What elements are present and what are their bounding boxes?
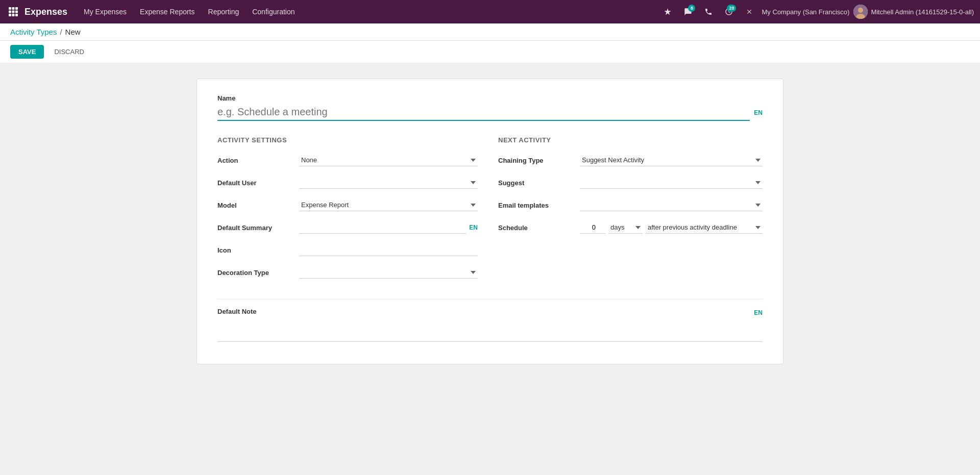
name-lang-badge[interactable]: EN <box>754 109 763 116</box>
breadcrumb-parent[interactable]: Activity Types <box>10 28 57 36</box>
default-summary-input[interactable] <box>299 221 466 234</box>
default-summary-value: EN <box>299 221 478 234</box>
close-icon-btn[interactable] <box>741 4 757 20</box>
default-summary-label: Default Summary <box>217 224 299 232</box>
default-note-section: Default Note EN <box>217 299 763 343</box>
default-user-label: Default User <box>217 179 299 187</box>
default-note-textarea[interactable] <box>217 321 763 342</box>
action-select[interactable]: None Upload Document Sign Document Open … <box>299 154 478 166</box>
svg-point-10 <box>858 8 863 13</box>
model-field-row: Model Expense Report <box>217 197 478 213</box>
svg-rect-5 <box>15 11 18 13</box>
name-label: Name <box>217 94 763 102</box>
activity-settings-column: Activity Settings Action None Upload Doc… <box>217 136 478 287</box>
schedule-label: Schedule <box>498 224 580 232</box>
schedule-field-row: Schedule days weeks months after previou… <box>498 219 763 236</box>
chaining-type-field-row: Chaining Type Suggest Next Activity Trig… <box>498 152 763 168</box>
action-field-row: Action None Upload Document Sign Documen… <box>217 152 478 168</box>
form-card: Name EN Activity Settings Action None Up… <box>197 79 783 364</box>
chaining-type-select[interactable]: Suggest Next Activity Trigger Next Activ… <box>580 154 763 166</box>
email-templates-value <box>580 199 763 211</box>
page-body: Name EN Activity Settings Action None Up… <box>0 63 980 380</box>
company-name: My Company (San Francisco) <box>762 8 849 16</box>
decoration-type-select[interactable]: Alert Success <box>299 266 478 279</box>
avatar <box>853 5 868 19</box>
schedule-after-select[interactable]: after previous activity deadline after p… <box>646 221 763 234</box>
schedule-unit-select[interactable]: days weeks months <box>608 221 643 234</box>
schedule-num-input[interactable] <box>580 221 605 234</box>
summary-lang-badge[interactable]: EN <box>469 224 478 231</box>
decoration-type-field-row: Decoration Type Alert Success <box>217 264 478 281</box>
name-input[interactable] <box>217 104 750 121</box>
svg-rect-3 <box>9 11 11 13</box>
top-nav: My Expenses Expense Reports Reporting Co… <box>78 5 657 19</box>
action-label: Action <box>217 157 299 164</box>
email-templates-field-row: Email templates <box>498 197 763 213</box>
phone-icon-btn[interactable] <box>700 4 717 20</box>
decoration-type-value: Alert Success <box>299 266 478 279</box>
schedule-value: days weeks months after previous activit… <box>580 221 763 234</box>
activity-settings-title: Activity Settings <box>217 136 478 144</box>
suggest-value <box>580 177 763 189</box>
chat-icon-btn[interactable]: 8 <box>680 4 696 20</box>
icon-input[interactable] <box>299 244 478 256</box>
star-icon-btn[interactable] <box>659 4 676 20</box>
form-two-col: Activity Settings Action None Upload Doc… <box>217 136 763 287</box>
apps-icon[interactable] <box>6 5 20 19</box>
suggest-label: Suggest <box>498 179 580 187</box>
default-note-label: Default Note <box>217 308 257 315</box>
schedule-value-row: days weeks months after previous activit… <box>580 221 763 234</box>
breadcrumb-separator: / <box>60 28 62 36</box>
chaining-type-value: Suggest Next Activity Trigger Next Activ… <box>580 154 763 166</box>
username-label: Mitchell Admin (14161529-15-0-all) <box>871 8 974 16</box>
summary-row: EN <box>299 221 478 234</box>
icon-value <box>299 244 478 256</box>
name-input-row: EN <box>217 104 763 121</box>
default-user-select[interactable] <box>299 177 478 189</box>
nav-my-expenses[interactable]: My Expenses <box>78 5 133 19</box>
next-activity-title: Next Activity <box>498 136 763 144</box>
breadcrumb-current: New <box>65 28 81 36</box>
topbar: Expenses My Expenses Expense Reports Rep… <box>0 0 980 23</box>
default-note-header: Default Note EN <box>217 308 763 317</box>
svg-rect-0 <box>9 7 11 10</box>
breadcrumb: Activity Types / New <box>0 23 980 41</box>
svg-rect-4 <box>12 11 15 13</box>
save-button[interactable]: SAVE <box>10 45 44 59</box>
suggest-select[interactable] <box>580 177 763 189</box>
user-menu[interactable]: Mitchell Admin (14161529-15-0-all) <box>853 5 974 19</box>
nav-configuration[interactable]: Configuration <box>246 5 301 19</box>
svg-rect-8 <box>15 14 18 16</box>
icon-field-row: Icon <box>217 242 478 258</box>
default-user-field-row: Default User <box>217 174 478 191</box>
toolbar: SAVE DISCARD <box>0 41 980 63</box>
decoration-type-label: Decoration Type <box>217 269 299 277</box>
model-value: Expense Report <box>299 199 478 211</box>
svg-rect-6 <box>9 14 11 16</box>
model-label: Model <box>217 202 299 209</box>
icon-label: Icon <box>217 246 299 254</box>
email-templates-label: Email templates <box>498 202 580 209</box>
model-select[interactable]: Expense Report <box>299 199 478 211</box>
action-value: None Upload Document Sign Document Open … <box>299 154 478 166</box>
app-brand: Expenses <box>24 7 67 17</box>
nav-expense-reports[interactable]: Expense Reports <box>134 5 201 19</box>
chaining-type-label: Chaining Type <box>498 157 580 164</box>
clock-icon-btn[interactable]: 28 <box>721 4 737 20</box>
discard-button[interactable]: DISCARD <box>48 45 90 59</box>
clock-badge: 28 <box>727 5 736 12</box>
default-note-lang-badge[interactable]: EN <box>754 309 763 316</box>
suggest-field-row: Suggest <box>498 174 763 191</box>
name-section: Name EN <box>217 94 763 121</box>
nav-reporting[interactable]: Reporting <box>202 5 246 19</box>
email-templates-select[interactable] <box>580 199 763 211</box>
svg-rect-7 <box>12 14 15 16</box>
chat-badge: 8 <box>688 5 695 12</box>
default-summary-field-row: Default Summary EN <box>217 219 478 236</box>
svg-rect-1 <box>12 7 15 10</box>
topbar-right: 8 28 My Company (San Francisco) Mitchell… <box>659 4 974 20</box>
svg-rect-2 <box>15 7 18 10</box>
default-user-value <box>299 177 478 189</box>
next-activity-column: Next Activity Chaining Type Suggest Next… <box>498 136 763 287</box>
